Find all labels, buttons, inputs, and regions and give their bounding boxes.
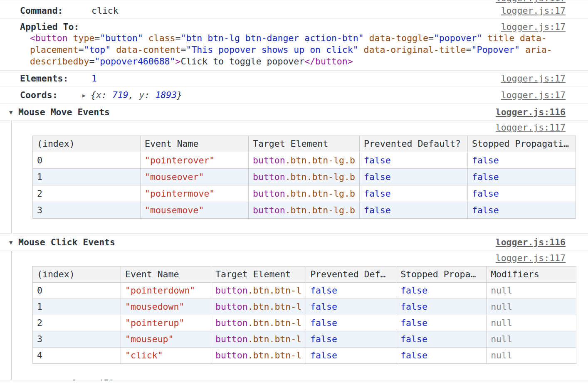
table-cell: 0 [33, 152, 141, 169]
column-header: (index) [33, 136, 141, 152]
table-cell: false [359, 169, 467, 185]
table-cell: false [359, 152, 467, 169]
group-title: Mouse Move Events [18, 107, 110, 117]
table-cell: button.btn.btn-lg.b [249, 202, 360, 219]
table-cell: false [467, 185, 576, 202]
source-link[interactable]: logger.js:117 [496, 122, 566, 133]
code-token [520, 44, 525, 55]
group-header-mouse-click-events[interactable]: ▼ Mouse Click Events logger.js:116 [0, 234, 588, 251]
table-cell: false [306, 331, 396, 348]
html-code-block: <button type="button" class="btn btn-lg … [30, 32, 552, 67]
table-cell: 3 [33, 202, 141, 219]
table-row: 2"pointerup"button.btn.btn-lfalsefalsenu… [33, 315, 576, 331]
table-cell: "pointerup" [121, 315, 211, 331]
table-cell: "click" [121, 348, 211, 364]
code-token: 1893 [155, 90, 177, 100]
code-token: y [139, 90, 145, 100]
group-collapse-icon[interactable]: ▼ [9, 109, 12, 116]
table-cell: "pointerdown" [121, 283, 211, 299]
source-link[interactable]: logger.js:17 [501, 22, 566, 32]
source-link[interactable]: logger.js:17 [501, 5, 566, 16]
node-classes: .btn.btn-lg.b [285, 155, 355, 165]
code-token: "button" [100, 33, 143, 43]
coords-object-preview[interactable]: {x: 719, y: 1893} [91, 90, 182, 100]
code-token: x [96, 90, 101, 100]
table-cell: false [396, 348, 487, 364]
source-link[interactable]: logger.js:17 [501, 73, 566, 84]
table-row: 3"mouseup"button.btn.btn-lfalsefalsenull [33, 331, 576, 348]
table-row: 3"mousemove"button.btn.btn-lg.bfalsefals… [33, 202, 576, 219]
table-cell: "mouseover" [141, 169, 249, 185]
source-link[interactable]: logger.js:117 [496, 0, 566, 3]
code-token: = [428, 33, 434, 43]
node-tag: button [253, 188, 285, 199]
node-tag: button [253, 155, 285, 165]
node-tag: button [215, 285, 248, 296]
code-token: "This popover shows up on click" [186, 44, 358, 55]
column-header: Stopped Propagati… [467, 136, 576, 152]
console-bottom-space [0, 380, 588, 385]
table-cell: false [467, 169, 576, 185]
table-cell: false [396, 299, 487, 315]
table-cell: null [487, 299, 576, 315]
column-header: Event Name [141, 136, 249, 152]
group-title: Mouse Click Events [18, 237, 115, 247]
code-token [358, 44, 364, 55]
node-classes: .btn.btn-l [248, 318, 301, 328]
table-cell: false [306, 315, 396, 331]
table-cell: false [359, 185, 467, 202]
table-cell: button.btn.btn-l [211, 299, 306, 315]
group-header-mouse-move-events[interactable]: ▼ Mouse Move Events logger.js:116 [0, 104, 588, 121]
code-line: <button type="button" class="btn btn-lg … [30, 32, 552, 44]
node-classes: .btn.btn-l [248, 285, 301, 296]
node-tag: button [215, 334, 248, 344]
code-token: </button> [304, 56, 353, 67]
source-link[interactable]: logger.js:116 [496, 237, 566, 247]
group-collapse-icon[interactable]: ▼ [9, 239, 12, 246]
code-token: "popover" [434, 33, 482, 43]
code-token: type [73, 33, 95, 43]
group-content-mouse-click-events: logger.js:117 (index)Event NameTarget El… [0, 251, 588, 380]
code-token: class [148, 33, 175, 43]
column-header: (index) [33, 267, 121, 283]
coords-label: Coords: [20, 90, 58, 100]
column-header: Prevented Default? [359, 136, 467, 152]
code-token: 719 [112, 90, 128, 100]
code-token [364, 33, 369, 43]
table-cell: button.btn.btn-lg.b [249, 152, 360, 169]
table-cell: null [487, 348, 576, 364]
table-cell: button.btn.btn-l [211, 315, 306, 331]
table-cell: null [487, 315, 576, 331]
code-token: data-content [116, 44, 180, 55]
table-row: 4"click"button.btn.btn-lfalsefalsenull [33, 348, 576, 364]
log-row-coords: Coords: ▶ {x: 719, y: 1893} logger.js:17 [0, 86, 588, 104]
node-classes: .btn.btn-lg.b [285, 172, 355, 182]
table-cell: button.btn.btn-lg.b [249, 169, 360, 185]
table-cell: 2 [33, 185, 141, 202]
table-row: 0"pointerover"button.btn.btn-lg.bfalsefa… [33, 152, 576, 169]
table-cell: false [396, 331, 487, 348]
table-cell: 4 [33, 348, 121, 364]
source-link[interactable]: logger.js:117 [496, 253, 566, 263]
expand-triangle-icon[interactable]: ▶ [82, 92, 86, 99]
table-row: 1"mousedown"button.btn.btn-lfalsefalsenu… [33, 299, 576, 315]
code-token: data- [520, 33, 547, 43]
code-token: <button [30, 33, 68, 43]
table-cell: false [396, 315, 487, 331]
elements-label: Elements: [20, 73, 69, 84]
code-line: placement="top" data-content="This popov… [30, 44, 552, 56]
table-cell: 2 [33, 315, 121, 331]
source-link[interactable]: logger.js:17 [501, 90, 566, 100]
code-token: data-toggle [369, 33, 428, 43]
column-header: Target Element [249, 136, 360, 152]
table-cell: null [487, 331, 576, 348]
table-cell: false [359, 202, 467, 219]
table-cell: false [467, 202, 576, 219]
table-cell: "mouseup" [121, 331, 211, 348]
source-link[interactable]: logger.js:116 [496, 107, 566, 117]
table-cell: false [306, 283, 396, 299]
table-cell: false [306, 299, 396, 315]
table-cell: 3 [33, 331, 121, 348]
code-token [143, 33, 148, 43]
column-header: Prevented Def… [306, 267, 396, 283]
